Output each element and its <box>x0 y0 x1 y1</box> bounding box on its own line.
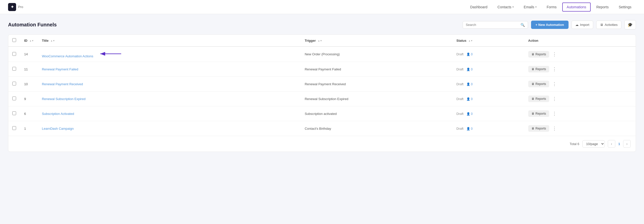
nav-links: Dashboard Contacts ▾ Emails ▾ Forms Auto… <box>466 3 636 12</box>
row-id: 9 <box>20 92 38 106</box>
chevron-down-icon: ▾ <box>535 6 537 8</box>
row-trigger: Contact's Birthday <box>301 121 452 136</box>
status-badge: Draft <box>456 127 463 130</box>
person-icon: 👤 <box>466 112 470 116</box>
nav-item-emails[interactable]: Emails ▾ <box>519 3 541 12</box>
sort-icon[interactable]: ▲▼ <box>29 40 34 42</box>
contact-count: 👤 0 <box>466 127 473 130</box>
row-title: WooCommerce Automation Actions <box>38 47 301 62</box>
automations-table: ID ▲▼ Title ▲▼ Trigger ▲▼ Status ▲▼ <box>8 35 636 136</box>
more-options-button[interactable]: ⋮ <box>551 80 558 88</box>
row-action: 🖥 Reports ⋮ <box>524 62 636 77</box>
automation-link[interactable]: Subscription Activated <box>42 112 74 116</box>
row-status: Draft 👤 0 <box>452 106 524 121</box>
row-status: Draft 👤 0 <box>452 77 524 92</box>
more-options-button[interactable]: ⋮ <box>551 125 558 132</box>
row-id: 11 <box>20 62 38 77</box>
reports-button[interactable]: 🖥 Reports <box>528 110 549 117</box>
th-action: Action <box>524 35 636 47</box>
nav-item-contacts[interactable]: Contacts ▾ <box>493 3 518 12</box>
nav-item-settings[interactable]: Settings <box>614 3 636 12</box>
report-icon: 🖥 <box>531 82 534 86</box>
flag-button[interactable]: 🎓 <box>624 20 636 29</box>
per-page-select[interactable]: 10/page <box>582 140 605 148</box>
next-page-button[interactable]: › <box>623 140 631 148</box>
import-button[interactable]: ☁ Import <box>572 21 593 29</box>
row-checkbox[interactable] <box>12 52 16 56</box>
search-icon: 🔍 <box>520 23 525 27</box>
row-id: 14 <box>20 47 38 62</box>
more-options-button[interactable]: ⋮ <box>551 65 558 73</box>
sort-icon[interactable]: ▲▼ <box>318 40 322 42</box>
row-trigger: Renewal Subscription Expired <box>301 92 452 106</box>
nav-item-reports[interactable]: Reports <box>592 3 613 12</box>
activities-button[interactable]: 🖥 Activities <box>596 21 621 29</box>
prev-page-button[interactable]: ‹ <box>608 140 615 148</box>
contact-count: 👤 0 <box>466 82 473 86</box>
contact-count: 👤 0 <box>466 112 473 116</box>
report-icon: 🖥 <box>531 112 534 115</box>
search-input[interactable] <box>466 23 518 27</box>
automation-link[interactable]: LearnDash Campaign <box>42 127 73 130</box>
reports-button[interactable]: 🖥 Reports <box>528 81 549 87</box>
row-title: Renewal Payment Received <box>38 77 301 92</box>
report-icon: 🖥 <box>531 127 534 130</box>
reports-button[interactable]: 🖥 Reports <box>528 51 549 58</box>
row-checkbox[interactable] <box>12 97 16 100</box>
table-row: 14 WooCommerce Automation Actions <box>8 47 636 62</box>
row-status: Draft 👤 0 <box>452 62 524 77</box>
select-all-checkbox[interactable] <box>12 38 16 42</box>
automation-link[interactable]: Renewal Payment Failed <box>42 67 78 71</box>
sort-icon[interactable]: ▲▼ <box>51 40 55 42</box>
row-action: 🖥 Reports ⋮ <box>524 106 636 121</box>
contact-count: 👤 0 <box>466 68 473 71</box>
status-badge: Draft <box>456 52 463 56</box>
th-select-all <box>8 35 20 47</box>
reports-button[interactable]: 🖥 Reports <box>528 96 549 102</box>
row-checkbox-cell <box>8 92 20 106</box>
nav-item-forms[interactable]: Forms <box>542 3 561 12</box>
table-row: 10 Renewal Payment Received Renewal Paym… <box>8 77 636 92</box>
reports-button[interactable]: 🖥 Reports <box>528 66 549 72</box>
logo-text: Pro <box>18 5 23 9</box>
row-title: Renewal Subscription Expired <box>38 92 301 106</box>
report-icon: 🖥 <box>531 53 534 56</box>
nav-item-automations[interactable]: Automations <box>562 3 591 12</box>
person-icon: 👤 <box>466 97 470 101</box>
row-checkbox-cell <box>8 106 20 121</box>
row-title: Subscription Activated <box>38 106 301 121</box>
row-status: Draft 👤 0 <box>452 121 524 136</box>
reports-button[interactable]: 🖥 Reports <box>528 125 549 132</box>
status-badge: Draft <box>456 67 463 71</box>
row-checkbox[interactable] <box>12 67 16 71</box>
automation-link[interactable]: Renewal Subscription Expired <box>42 97 85 101</box>
person-icon: 👤 <box>466 53 470 56</box>
logo: ✦ Pro <box>8 3 23 11</box>
new-automation-button[interactable]: + New Automation <box>531 21 569 29</box>
person-icon: 👤 <box>466 82 470 86</box>
more-options-button[interactable]: ⋮ <box>551 110 558 117</box>
nav-item-dashboard[interactable]: Dashboard <box>466 3 492 12</box>
person-icon: 👤 <box>466 127 470 130</box>
row-checkbox[interactable] <box>12 126 16 130</box>
row-checkbox-cell <box>8 62 20 77</box>
th-title: Title ▲▼ <box>38 35 301 47</box>
automation-link[interactable]: WooCommerce Automation Actions <box>42 54 94 58</box>
logo-icon: ✦ <box>8 3 16 11</box>
pagination: Total 6 10/page ‹ 1 › <box>8 136 636 152</box>
row-action: 🖥 Reports ⋮ <box>524 77 636 92</box>
search-box: 🔍 <box>463 21 528 29</box>
row-action: 🖥 Reports ⋮ <box>524 92 636 106</box>
row-checkbox[interactable] <box>12 111 16 115</box>
sort-icon[interactable]: ▲▼ <box>468 40 473 42</box>
upload-icon: ☁ <box>575 23 579 27</box>
monitor-icon: 🖥 <box>600 23 603 27</box>
row-checkbox-cell <box>8 77 20 92</box>
table-row: 11 Renewal Payment Failed Renewal Paymen… <box>8 62 636 77</box>
th-status: Status ▲▼ <box>452 35 524 47</box>
automation-link[interactable]: Renewal Payment Received <box>42 82 83 86</box>
row-checkbox[interactable] <box>12 82 16 85</box>
automations-table-container: ID ▲▼ Title ▲▼ Trigger ▲▼ Status ▲▼ <box>8 34 636 152</box>
more-options-button[interactable]: ⋮ <box>551 51 558 58</box>
more-options-button[interactable]: ⋮ <box>551 95 558 103</box>
